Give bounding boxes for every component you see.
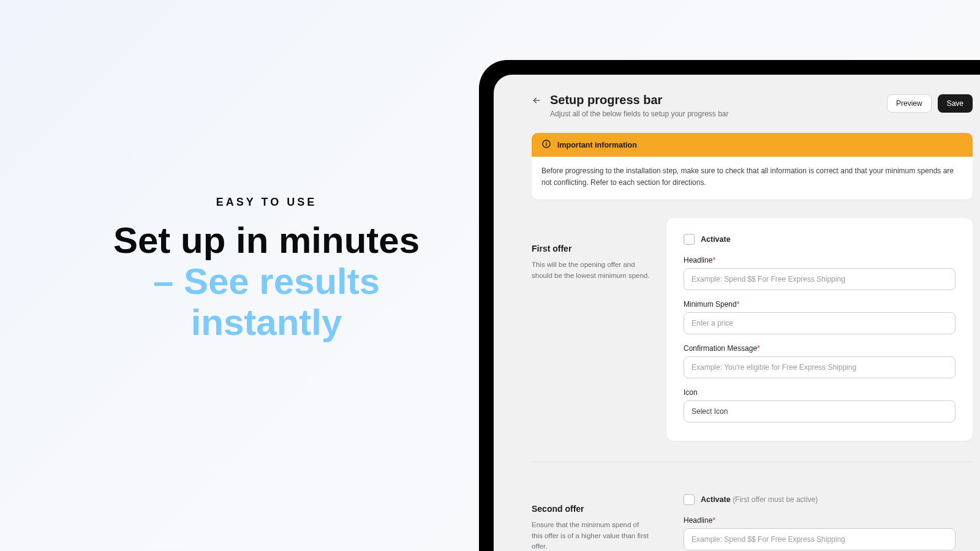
second-offer-activate-checkbox[interactable] [684, 494, 695, 505]
alert-title: Important information [557, 141, 637, 149]
second-offer-headline-input[interactable] [684, 528, 956, 550]
marketing-copy: EASY TO USE Set up in minutes – See resu… [101, 196, 432, 343]
important-info-alert: Important information Before progressing… [532, 133, 973, 200]
headline-text: Set up in minutes – See results instantl… [101, 220, 432, 343]
headline-line2: – See results instantly [153, 261, 380, 343]
second-offer-section: Second offer Ensure that the minimum spe… [532, 478, 973, 551]
second-offer-title: Second offer [532, 504, 652, 514]
tablet-device: Setup progress bar Adjust all of the bel… [479, 60, 980, 551]
first-offer-activate-checkbox[interactable] [684, 234, 695, 245]
headline-label: Headline* [684, 256, 956, 264]
minspend-label: Minimum Spend* [684, 300, 956, 309]
first-offer-title: First offer [532, 244, 652, 253]
second-headline-label: Headline* [684, 516, 956, 525]
second-offer-desc: Ensure that the minimum spend of this of… [532, 520, 652, 551]
first-offer-headline-input[interactable] [684, 268, 956, 290]
preview-button[interactable]: Preview [887, 94, 932, 113]
page-title: Setup progress bar [550, 93, 878, 107]
first-offer-icon-select[interactable]: Select Icon [684, 400, 956, 422]
back-arrow-icon[interactable] [532, 96, 541, 105]
first-offer-confirm-input[interactable] [684, 356, 956, 378]
confirm-label: Confirmation Message* [684, 344, 956, 353]
first-offer-activate-label: Activate [701, 235, 731, 244]
first-offer-desc: This will be the opening offer and shoul… [532, 260, 652, 281]
first-offer-minspend-input[interactable] [684, 312, 956, 334]
second-offer-activate-label: Activate (First offer must be active) [701, 495, 818, 504]
save-button[interactable]: Save [938, 94, 973, 113]
eyebrow-text: EASY TO USE [101, 196, 432, 209]
icon-label: Icon [684, 388, 956, 397]
headline-line1: Set up in minutes [113, 220, 420, 261]
info-icon [541, 139, 551, 151]
alert-body: Before progressing to the installation s… [532, 157, 973, 200]
section-divider [532, 462, 973, 462]
first-offer-section: First offer This will be the opening off… [532, 218, 973, 441]
page-subtitle: Adjust all of the below fields to setup … [550, 110, 878, 118]
page-header: Setup progress bar Adjust all of the bel… [532, 93, 973, 118]
